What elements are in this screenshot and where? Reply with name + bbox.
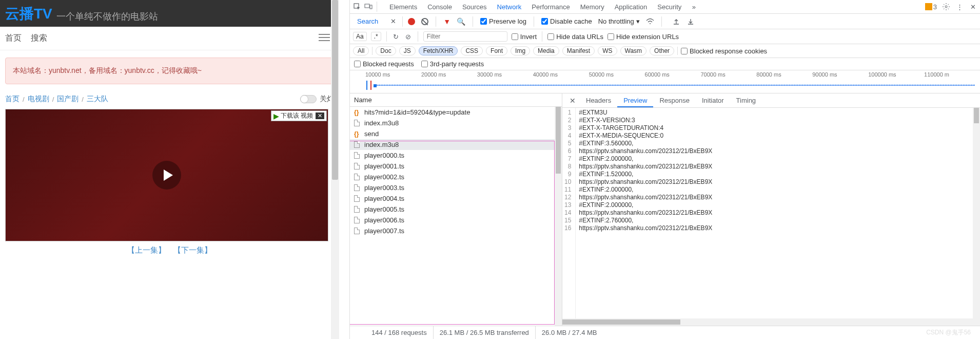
req-type-font[interactable]: Font [486,46,507,55]
preserve-log-checkbox[interactable]: Preserve log [480,17,526,25]
request-row[interactable]: player0002.ts [350,172,562,182]
invert-checkbox[interactable]: Invert [512,33,537,41]
blocked-requests-checkbox[interactable]: Blocked requests [354,60,414,68]
panel-tab-console[interactable]: Console [422,1,457,13]
request-row[interactable]: {}send [350,128,562,139]
device-icon[interactable] [364,3,373,11]
close-preview-icon[interactable]: ✕ [565,97,580,105]
req-type-wasm[interactable]: Wasm [620,46,647,55]
clear-search-icon[interactable]: ⊘ [404,32,413,41]
req-type-fetch-xhr[interactable]: Fetch/XHR [419,46,458,55]
next-episode[interactable]: 【下一集】 [173,246,212,254]
file-icon [354,141,361,148]
disable-cache-checkbox[interactable]: Disable cache [541,17,592,25]
bc-home[interactable]: 首页 [5,95,19,104]
req-type-css[interactable]: CSS [461,46,483,55]
search-icon[interactable]: 🔍 [457,17,465,26]
page-scrollbar[interactable] [331,0,339,339]
panel-tab-application[interactable]: Application [610,1,653,13]
match-case-button[interactable]: Aa [353,32,367,41]
request-row[interactable]: player0006.ts [350,215,562,225]
nav-home[interactable]: 首页 [5,28,31,49]
close-icon[interactable]: ✕ [316,112,324,119]
name-column-header[interactable]: Name [350,93,562,107]
req-type-ws[interactable]: WS [598,46,617,55]
regex-button[interactable]: .* [371,32,381,41]
play-icon[interactable] [152,161,181,190]
search-close-icon[interactable]: ✕ [385,17,401,25]
upload-icon[interactable] [672,17,680,26]
panel-tab-security[interactable]: Security [652,1,687,13]
request-row[interactable]: player0004.ts [350,193,562,204]
refresh-icon[interactable]: ↻ [392,32,400,41]
bc-tvshow[interactable]: 电视剧 [28,95,49,104]
req-type-other[interactable]: Other [650,46,674,55]
bc-domestic[interactable]: 国产剧 [57,95,79,104]
bc-title[interactable]: 三大队 [87,95,108,104]
preview-tab-headers[interactable]: Headers [580,95,617,107]
inspect-icon[interactable] [353,3,361,11]
preview-scrollbar-h[interactable] [562,318,973,326]
clear-icon[interactable] [421,18,428,25]
file-icon [354,195,361,202]
req-type-media[interactable]: Media [533,46,559,55]
more-tabs-icon[interactable]: » [690,3,698,11]
hide-ext-urls-checkbox[interactable]: Hide extension URLs [607,33,679,41]
light-toggle[interactable]: 关灯 [300,95,334,104]
toggle-switch[interactable] [300,95,317,103]
request-scrollbar[interactable] [555,107,562,326]
request-row[interactable]: {}hits?mid=1&id=59204&type=update [350,107,562,118]
request-row[interactable]: index.m3u8 [350,139,562,150]
request-name: player0000.ts [364,152,404,159]
preview-scrollbar-v[interactable] [973,108,980,326]
preview-tab-initiator[interactable]: Initiator [696,95,730,107]
request-row[interactable]: player0001.ts [350,161,562,172]
req-type-doc[interactable]: Doc [376,46,396,55]
request-row[interactable]: player0000.ts [350,150,562,161]
hide-data-urls-checkbox[interactable]: Hide data URLs [547,33,603,41]
download-badge[interactable]: ▶ 下载该 视频 ✕ [271,110,327,121]
nav-search[interactable]: 搜索 [31,28,56,49]
request-row[interactable]: player0007.ts [350,225,562,236]
preview-tab-timing[interactable]: Timing [730,95,762,107]
third-party-checkbox[interactable]: 3rd-party requests [421,60,484,68]
panel-tab-performance[interactable]: Performance [526,1,575,13]
site-logo[interactable]: 云播TV [5,4,52,24]
req-type-js[interactable]: JS [399,46,416,55]
preview-tab-preview[interactable]: Preview [617,95,653,107]
pane-divider[interactable] [339,0,349,339]
menu-icon[interactable] [317,32,332,43]
panel-tab-memory[interactable]: Memory [575,1,610,13]
request-row[interactable]: player0003.ts [350,182,562,193]
request-row[interactable]: player0005.ts [350,204,562,215]
filter-input[interactable] [423,31,507,42]
kebab-icon[interactable]: ⋮ [955,3,964,11]
panel-tab-network[interactable]: Network [492,1,527,13]
preview-tab-response[interactable]: Response [653,95,696,107]
timeline[interactable]: 10000 ms20000 ms30000 ms40000 ms50000 ms… [350,70,980,93]
filter-icon[interactable]: ▼ [443,17,450,26]
search-tab[interactable]: Search [350,17,385,25]
settings-icon[interactable] [942,3,950,11]
req-type-img[interactable]: Img [511,46,530,55]
file-icon [354,184,361,192]
req-type-all[interactable]: All [353,46,369,55]
panel-tab-sources[interactable]: Sources [457,1,492,13]
issues-indicator[interactable]: 3 [925,3,937,11]
throttling-select[interactable]: No throttling ▾ [598,17,640,25]
prev-episode[interactable]: 【上一集】 [127,246,166,254]
request-row[interactable]: index.m3u8 [350,118,562,128]
close-devtools-icon[interactable]: ✕ [969,3,977,11]
preview-text[interactable]: #EXTM3U #EXT-X-VERSION:3 #EXT-X-TARGETDU… [576,108,715,326]
site-header: 云播TV 一个单纯不做作的电影站 [0,0,339,27]
req-type-manifest[interactable]: Manifest [562,46,595,55]
network-settings-icon[interactable] [970,17,980,26]
wifi-icon[interactable] [646,17,654,26]
video-player[interactable]: ▶ 下载该 视频 ✕ [5,109,328,241]
panel-tab-elements[interactable]: Elements [384,1,422,13]
svg-rect-1 [365,4,369,8]
download-icon[interactable] [687,17,695,26]
preview-content[interactable]: 12345678910111213141516 #EXTM3U #EXT-X-V… [562,108,980,326]
blocked-cookies-checkbox[interactable]: Blocked response cookies [681,47,767,55]
record-icon[interactable] [408,18,415,25]
